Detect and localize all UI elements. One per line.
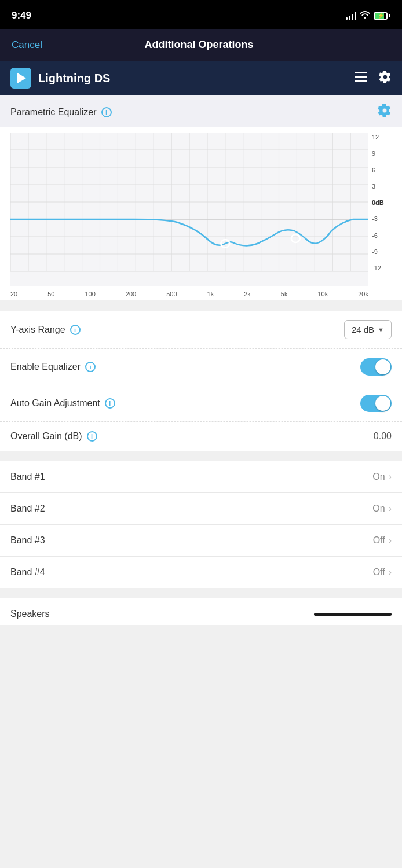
auto-gain-label: Auto Gain Adjustment i <box>10 398 115 409</box>
eq-y-label-6: 6 <box>372 167 392 174</box>
band-4-chevron-icon: › <box>389 567 392 578</box>
band-1-row[interactable]: Band #1 On › <box>0 461 402 493</box>
eq-header: Parametric Equalizer i <box>0 95 402 127</box>
speakers-label: Speakers <box>10 609 50 619</box>
eq-y-label-neg12: -12 <box>372 264 392 271</box>
cancel-button[interactable]: Cancel <box>12 39 42 51</box>
eq-x-label-10k: 10k <box>317 290 328 297</box>
band-4-row[interactable]: Band #4 Off › <box>0 557 402 588</box>
app-header: Lightning DS <box>0 61 402 95</box>
band-3-row[interactable]: Band #3 Off › <box>0 525 402 557</box>
band-1-status: On › <box>372 472 392 482</box>
home-indicator <box>314 613 392 616</box>
eq-y-label-neg9: -9 <box>372 248 392 255</box>
band-1-chevron-icon: › <box>389 472 392 482</box>
auto-gain-row: Auto Gain Adjustment i <box>0 385 402 422</box>
eq-y-label-neg6: -6 <box>372 232 392 239</box>
enable-equalizer-toggle[interactable] <box>360 358 392 376</box>
band-3-status-text: Off <box>373 535 385 546</box>
band-1-label: Band #1 <box>10 472 45 482</box>
eq-title-row: Parametric Equalizer i <box>10 107 112 117</box>
status-time: 9:49 <box>12 10 31 21</box>
status-bar: 9:49 ⚡ <box>0 0 402 29</box>
overall-gain-row: Overall Gain (dB) i 0.00 <box>0 422 402 451</box>
eq-x-label-50: 50 <box>47 290 54 297</box>
eq-x-label-20: 20 <box>10 290 17 297</box>
band-4-status-text: Off <box>373 567 385 578</box>
enable-equalizer-row: Enable Equalizer i <box>0 349 402 385</box>
y-axis-info-icon[interactable]: i <box>70 325 81 335</box>
signal-bars-icon <box>346 12 356 20</box>
svg-rect-2 <box>355 80 367 82</box>
overall-gain-label: Overall Gain (dB) i <box>10 431 97 442</box>
settings-section: Y-axis Range i 24 dB ▼ Enable Equalizer … <box>0 311 402 451</box>
bands-section: Band #1 On › Band #2 On › Band #3 Off › … <box>0 461 402 588</box>
band-2-chevron-icon: › <box>389 503 392 514</box>
settings-icon[interactable] <box>379 71 392 86</box>
eq-x-label-1k: 1k <box>207 290 214 297</box>
app-logo <box>10 68 31 89</box>
status-icons: ⚡ <box>346 10 390 21</box>
enable-eq-info-icon[interactable]: i <box>85 362 96 372</box>
eq-chart-wrapper: 20 50 100 200 500 1k 2k 5k 10k 20k 12 9 … <box>10 133 392 295</box>
eq-gear-icon[interactable] <box>378 104 392 121</box>
eq-x-axis: 20 50 100 200 500 1k 2k 5k 10k 20k <box>10 288 368 297</box>
toggle-knob <box>375 359 390 374</box>
battery-icon: ⚡ <box>374 12 390 20</box>
toggle-knob-2 <box>375 396 390 411</box>
eq-y-label-9: 9 <box>372 150 392 157</box>
eq-x-label-500: 500 <box>166 290 177 297</box>
svg-rect-1 <box>355 76 367 78</box>
eq-chart-container[interactable]: 20 50 100 200 500 1k 2k 5k 10k 20k 12 9 … <box>5 127 397 300</box>
wifi-icon <box>360 10 370 21</box>
menu-icon[interactable] <box>355 72 367 85</box>
eq-x-label-100: 100 <box>85 290 96 297</box>
page-title: Additional Operations <box>144 39 253 51</box>
eq-y-label-0: 0dB <box>372 199 392 206</box>
band-3-chevron-icon: › <box>389 535 392 546</box>
eq-svg[interactable] <box>10 133 368 286</box>
band-1-status-text: On <box>372 472 385 482</box>
band-2-status: On › <box>372 503 392 514</box>
eq-y-label-12: 12 <box>372 134 392 141</box>
eq-x-label-200: 200 <box>126 290 136 297</box>
app-header-left: Lightning DS <box>10 68 110 89</box>
svg-point-34 <box>291 234 300 242</box>
y-axis-range-row: Y-axis Range i 24 dB ▼ <box>0 311 402 349</box>
nav-bar: Cancel Additional Operations <box>0 29 402 61</box>
band-2-row[interactable]: Band #2 On › <box>0 493 402 525</box>
band-3-status: Off › <box>373 535 392 546</box>
eq-section: 20 50 100 200 500 1k 2k 5k 10k 20k 12 9 … <box>0 127 402 300</box>
band-4-status: Off › <box>373 567 392 578</box>
band-4-label: Band #4 <box>10 567 45 578</box>
eq-y-label-3: 3 <box>372 183 392 190</box>
auto-gain-toggle[interactable] <box>360 395 392 412</box>
svg-rect-0 <box>355 72 367 73</box>
eq-x-label-5k: 5k <box>281 290 288 297</box>
eq-info-icon[interactable]: i <box>101 107 112 117</box>
y-axis-range-dropdown[interactable]: 24 dB ▼ <box>344 320 392 339</box>
eq-chart-area[interactable]: 20 50 100 200 500 1k 2k 5k 10k 20k <box>10 133 368 295</box>
eq-x-label-20k: 20k <box>358 290 368 297</box>
overall-gain-value: 0.00 <box>374 431 392 442</box>
enable-equalizer-label: Enable Equalizer i <box>10 362 96 372</box>
eq-title: Parametric Equalizer <box>10 107 97 117</box>
auto-gain-info-icon[interactable]: i <box>105 398 115 409</box>
speakers-section: Speakers <box>0 598 402 625</box>
eq-x-label-2k: 2k <box>244 290 251 297</box>
band-3-label: Band #3 <box>10 535 45 546</box>
band-2-label: Band #2 <box>10 503 45 514</box>
band-2-status-text: On <box>372 503 385 514</box>
eq-y-label-neg3: -3 <box>372 215 392 222</box>
play-icon <box>17 73 26 83</box>
overall-gain-info-icon[interactable]: i <box>87 431 97 442</box>
app-name: Lightning DS <box>38 72 110 85</box>
y-axis-range-label: Y-axis Range i <box>10 325 81 335</box>
dropdown-arrow-icon: ▼ <box>378 326 384 333</box>
app-header-right <box>355 71 392 86</box>
